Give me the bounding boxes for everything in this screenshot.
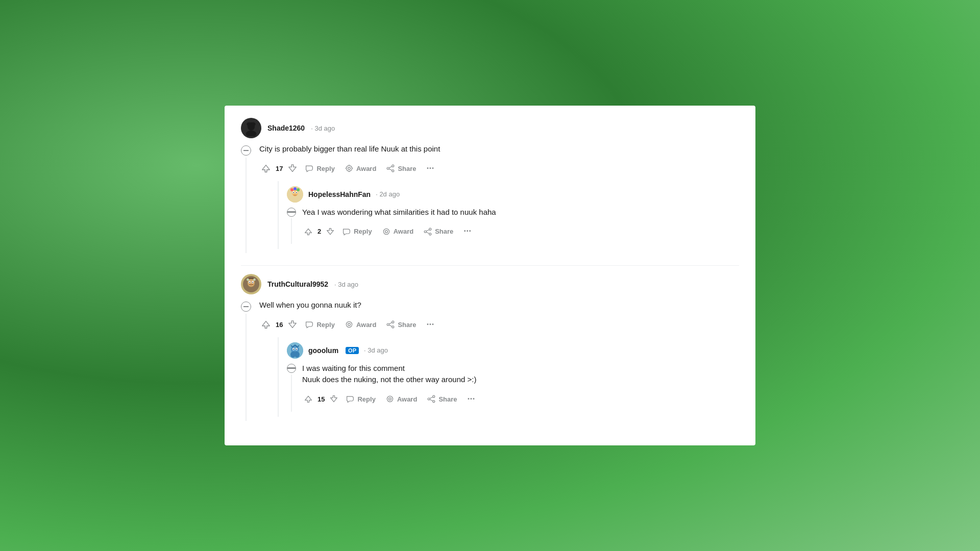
svg-point-60 [295,352,300,358]
reply-body-2-1: I was waiting for this commentNuuk does … [287,363,739,412]
svg-point-48 [387,323,389,325]
comment-body-1: City is probably bigger than real life N… [241,143,739,253]
reply-upvote-btn-2-1[interactable] [302,393,314,405]
comment-body-2: Well when you gonna nuuk it? 16 [241,299,739,421]
timestamp-hahn: · 2d ago [376,190,400,198]
comment-text-2: Well when you gonna nuuk it? [259,299,739,311]
svg-point-64 [433,395,435,397]
reply-vote-count-2-1: 15 [317,395,325,403]
share-btn-2[interactable]: Share [382,317,420,332]
username-gooolum[interactable]: gooolum [308,346,338,355]
more-btn-1[interactable]: ··· [423,160,438,177]
comment-content-2: Well when you gonna nuuk it? 16 [259,299,739,421]
svg-point-7 [348,167,350,170]
reply-collapse-btn-2-1[interactable] [287,364,296,373]
award-btn-1[interactable]: Award [341,161,381,176]
upvote-btn-2[interactable] [259,318,273,331]
reply-reply-btn-1-1[interactable]: Reply [338,224,376,239]
svg-point-45 [346,322,352,328]
reply-award-btn-1-1[interactable]: Award [378,224,418,239]
svg-point-26 [293,187,297,190]
svg-point-41 [252,282,253,283]
svg-point-57 [293,348,294,349]
timestamp-shade1260: · 3d ago [311,124,335,132]
reply-header-2-1: gooolum OP · 3d ago [287,342,739,359]
reply-thread-line-2-1 [291,374,292,412]
svg-rect-44 [243,306,249,307]
downvote-btn-2[interactable] [286,318,299,331]
reply-vote-section-1-1: 2 [302,226,336,238]
svg-point-28 [383,229,389,234]
more-btn-2[interactable]: ··· [423,316,438,333]
timestamp-truth: · 3d ago [334,281,358,288]
reply-downvote-btn-1-1[interactable] [324,226,336,238]
comment-text-1: City is probably bigger than real life N… [259,143,739,155]
svg-point-40 [249,282,250,283]
reply-collapse-2-1 [287,363,296,412]
svg-point-66 [433,400,435,403]
vote-section-2: 16 [259,318,299,331]
svg-line-51 [389,325,392,327]
svg-line-16 [389,169,392,170]
reply-section-1: HopelessHahnFan · 2d ago [278,181,739,249]
svg-point-12 [392,165,394,167]
reply-1-1: HopelessHahnFan · 2d ago [287,181,739,249]
svg-point-29 [385,230,387,233]
comment-header-2: TruthCultural9952 · 3d ago [241,274,739,294]
reply-award-btn-2-1[interactable]: Award [382,392,422,406]
reply-action-bar-1-1: 2 [302,223,739,240]
comment-2: TruthCultural9952 · 3d ago Well when you… [241,274,739,421]
reply-downvote-btn-2-1[interactable] [328,393,340,405]
svg-point-49 [392,326,394,328]
action-bar-2: 16 Reply [259,316,739,333]
separator-1 [241,265,739,266]
collapse-btn-2[interactable] [241,302,251,312]
reply-btn-2[interactable]: Reply [301,317,338,332]
action-bar-1: 17 Reply [259,160,739,177]
username-hahn[interactable]: HopelessHahnFan [308,190,371,198]
comment-header-1: Shade1260 · 3d ago [241,118,739,138]
reply-collapse-btn-1-1[interactable] [287,208,296,217]
svg-rect-61 [287,367,296,369]
timestamp-gooolum: · 3d ago [364,346,388,354]
reply-2-1: gooolum OP · 3d ago [287,337,739,417]
upvote-btn-1[interactable] [259,162,273,175]
svg-point-46 [348,323,350,326]
avatar-hahn [287,186,303,203]
username-truth[interactable]: TruthCultural9952 [267,280,328,288]
comment-1: Shade1260 · 3d ago City is probably bigg… [241,118,739,253]
reply-upvote-btn-1-1[interactable] [302,226,314,238]
svg-line-68 [430,399,433,401]
share-btn-1[interactable]: Share [382,161,420,176]
svg-line-50 [389,322,392,324]
reply-collapse-1-1 [287,207,296,244]
avatar-gooolum [287,342,303,359]
downvote-btn-1[interactable] [286,162,299,175]
reply-share-btn-2-1[interactable]: Share [423,392,461,406]
svg-point-23 [296,192,297,193]
reply-more-btn-2-1[interactable]: ··· [463,391,479,408]
svg-rect-5 [243,150,249,151]
svg-point-65 [428,398,430,400]
reply-btn-1[interactable]: Reply [301,161,338,176]
collapse-line-2 [241,299,251,421]
username-shade1260[interactable]: Shade1260 [267,124,305,132]
reply-thread-line-1-1 [291,218,292,244]
reply-more-btn-1-1[interactable]: ··· [459,223,475,240]
award-btn-2[interactable]: Award [341,317,381,332]
collapse-btn-1[interactable] [241,145,251,156]
reply-content-2-1: I was waiting for this commentNuuk does … [302,363,739,412]
svg-point-30 [429,228,431,230]
reply-reply-btn-2-1[interactable]: Reply [342,392,379,406]
reply-content-1-1: Yea I was wondering what similarities it… [302,207,739,244]
svg-point-31 [424,231,426,233]
collapse-line-1 [241,143,251,253]
reply-section-2: gooolum OP · 3d ago [278,337,739,417]
reply-vote-count-1-1: 2 [317,228,321,235]
svg-rect-27 [287,211,296,213]
svg-point-42 [247,279,249,281]
svg-point-25 [297,188,300,191]
svg-point-43 [253,279,256,281]
reply-share-btn-1-1[interactable]: Share [420,224,457,239]
svg-line-15 [389,166,392,168]
